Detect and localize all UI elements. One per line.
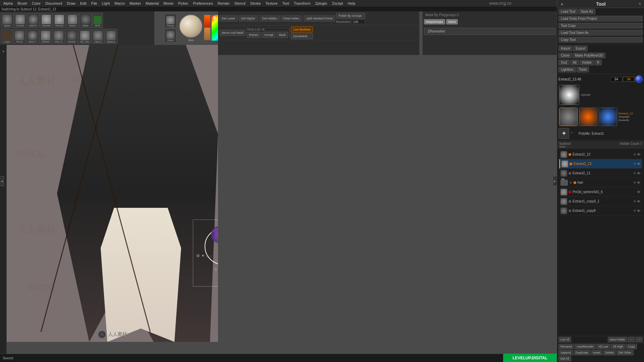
rename-btn[interactable]: Rename: [558, 344, 574, 349]
delete-subtool-btn[interactable]: Delete: [603, 350, 616, 355]
menu-stroke[interactable]: Stroke: [248, 1, 263, 6]
close-panel-icon[interactable]: ✕: [638, 2, 641, 6]
menu-alpha[interactable]: Alpha: [1, 1, 15, 6]
split-masked-btn[interactable]: Split Masked Points: [304, 15, 335, 21]
skin-preview-sphere[interactable]: [179, 14, 203, 38]
subtool-item-extract2-11[interactable]: Extract2_11 ⚙ 👁: [559, 169, 642, 178]
tool-pena[interactable]: Pen A: [13, 29, 26, 44]
alpha-brush-thumb[interactable]: [559, 85, 579, 105]
make-polymesh-btn[interactable]: Make PolyMesh3D: [573, 53, 605, 58]
tool-smooth2[interactable]: Smoot2: [53, 13, 66, 28]
new-folder-arrow-left[interactable]: ←: [628, 337, 635, 342]
close-holes-btn[interactable]: Close Holes: [281, 15, 302, 21]
del-all-btn[interactable]: Del All: [558, 356, 571, 361]
del-higher-btn[interactable]: Del Higher: [239, 15, 258, 21]
load-tool-btn[interactable]: Load Tool: [558, 9, 578, 14]
left-collapse-btn[interactable]: ◄: [1, 48, 5, 54]
tool-spiral[interactable]: Spiral: [1, 13, 13, 28]
load-from-project-btn[interactable]: Load Tools From Project: [558, 16, 643, 21]
menu-brush[interactable]: Brush: [15, 1, 29, 6]
color-swatch-2[interactable]: [204, 27, 211, 40]
load-tool-save-as-btn[interactable]: Load Tool Save As: [558, 30, 643, 36]
extract-btn[interactable]: Extract: [247, 32, 261, 38]
same-btn[interactable]: Same: [446, 19, 458, 24]
export-btn[interactable]: Export: [573, 46, 588, 51]
right-panel-toggle[interactable]: ►: [553, 176, 557, 186]
polish-groups-btn[interactable]: Polish By Groups: [336, 13, 365, 19]
subtool-eye-copy9-1[interactable]: 👁: [637, 199, 641, 203]
back-arrow-icon[interactable]: ◄: [560, 2, 564, 6]
menu-color[interactable]: Color: [30, 1, 43, 6]
tool-wrinkle[interactable]: Wrinkle: [65, 29, 78, 44]
goz-btn[interactable]: GoZ: [558, 60, 570, 65]
mirror-weld-btn[interactable]: Mirror And Weld: [219, 30, 246, 36]
new-folder-arrow-right[interactable]: →: [636, 337, 643, 342]
num-display-b[interactable]: 94: [623, 77, 635, 82]
del-hidden-btn[interactable]: Del Hidden: [260, 15, 280, 21]
copy-subtool-btn[interactable]: Copy: [626, 344, 637, 349]
tool-imm[interactable]: IMM Pr: [27, 13, 40, 28]
menu-zscript[interactable]: Zscript: [330, 1, 345, 6]
tool-zoom[interactable]: Zoom: [164, 28, 176, 43]
extract2-13-thumb[interactable]: [559, 108, 578, 126]
subtool-eye-12[interactable]: 👁: [637, 153, 641, 157]
menu-transform[interactable]: Transform: [292, 1, 313, 6]
menu-macro[interactable]: Macro: [113, 1, 127, 6]
lightbox-btn[interactable]: Lightbox: [558, 67, 576, 72]
subtool-item-hair[interactable]: 9 hair ⚙ 👁: [559, 178, 642, 187]
tool-copy-btn[interactable]: Tool Copy: [558, 23, 643, 28]
subtool-item-copy8[interactable]: Extract1_copy8 ⚙ 👁: [559, 206, 642, 216]
checkbox-icon[interactable]: ▪: [571, 131, 577, 136]
keep-groups-btn[interactable]: KeepGroups: [424, 19, 445, 24]
tool-transp[interactable]: Transp: [164, 14, 176, 28]
subtool-eye-11[interactable]: 👁: [637, 171, 641, 175]
subtool-eye-hair[interactable]: 👁: [637, 181, 641, 185]
menu-stencil[interactable]: Stencil: [232, 1, 248, 6]
subtool-item-extract2-12[interactable]: Extract2_12 ⚙ 👁: [559, 150, 642, 159]
menu-light[interactable]: Light: [100, 1, 112, 6]
all-low-btn[interactable]: All Low: [596, 344, 610, 349]
num-display-a[interactable]: 94: [610, 77, 622, 82]
menu-marker[interactable]: Marker: [127, 1, 143, 6]
import-btn[interactable]: Import: [558, 46, 573, 51]
menu-file[interactable]: File: [89, 1, 99, 6]
subtool-eye-copy8[interactable]: 👁: [637, 209, 641, 213]
tool-curves[interactable]: CurveS: [14, 13, 26, 28]
subtool-gear-copy9-1[interactable]: ⚙: [633, 199, 636, 203]
tool-select[interactable]: Select: [66, 13, 79, 28]
tool-maskla[interactable]: MaskLa: [105, 29, 117, 44]
menu-edit[interactable]: Edit: [78, 1, 89, 6]
back-btn[interactable]: Back: [277, 32, 288, 38]
subtool-gear-copy8[interactable]: ⚙: [633, 209, 636, 213]
left-panel-toggle[interactable]: ◄: [0, 176, 4, 186]
del-lower-btn[interactable]: Del Lower: [219, 15, 238, 21]
tools-btn[interactable]: Tools: [577, 67, 589, 72]
live-boolean-btn[interactable]: Live Boolean: [291, 26, 313, 33]
r-btn[interactable]: R: [595, 60, 602, 65]
copy-tool-btn[interactable]: Copy Tool: [558, 37, 643, 43]
subtool-item-copy9-1[interactable]: Extract1_copy9_1 ⚙ 👁: [559, 197, 642, 206]
subtool-eye-13[interactable]: 👁: [637, 162, 641, 166]
subtool-gear-hair[interactable]: ⚙: [633, 181, 636, 184]
menu-picker[interactable]: Picker: [176, 1, 191, 6]
main-viewport[interactable]: 人人素材 RRCG 人人素材 RRCG 人人素材 RRCG 人人素材 RRCG …: [7, 45, 218, 342]
polymesh-star-icon[interactable]: ✦: [558, 128, 569, 139]
clone-btn[interactable]: Clone: [558, 53, 572, 58]
subtool-item-pm3d[interactable]: Pm3d_sphere3d1_6 👁: [559, 187, 642, 197]
subtool-item-extract2-13[interactable]: Extract2_13 ⚙ 👁: [559, 159, 642, 169]
tool-bpr[interactable]: BPR: [92, 13, 103, 28]
menu-texture[interactable]: Texture: [264, 1, 280, 6]
tool-clipcur[interactable]: ClipCur: [92, 29, 104, 44]
menu-preferences[interactable]: Preferences: [191, 1, 215, 6]
menu-material[interactable]: Material: [144, 1, 161, 6]
tool-mask[interactable]: Mask: [79, 13, 92, 28]
dynamesh-btn[interactable]: DynaMesh: [291, 33, 313, 39]
new-folder-btn[interactable]: New Folder: [608, 337, 627, 342]
simple-brush-thumb[interactable]: [579, 108, 597, 126]
zremesher-btn[interactable]: ZRemesher: [424, 28, 555, 35]
list-all-btn[interactable]: List All: [558, 337, 571, 342]
menu-zplugin[interactable]: Zplugin: [313, 1, 329, 6]
tool-dehair[interactable]: DE_Hair: [78, 29, 91, 44]
tool-lsym[interactable]: L Sym: [1, 29, 13, 44]
eraser-brush-thumb[interactable]: [599, 108, 617, 126]
